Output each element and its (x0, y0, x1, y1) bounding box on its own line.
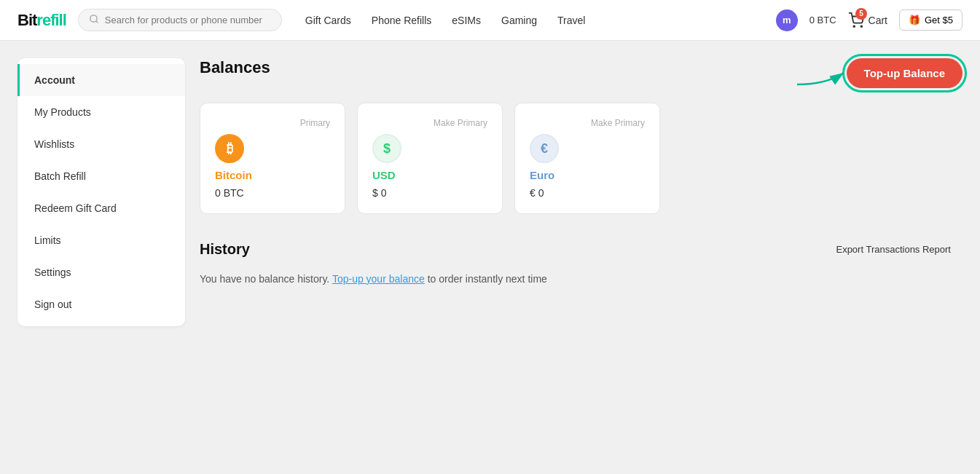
svg-point-0 (90, 15, 97, 22)
topup-wrapper: Top-up Balance (847, 58, 963, 88)
balance-cards: Primary ₿ Bitcoin 0 BTC Make Primary $ U… (200, 103, 963, 214)
svg-line-1 (96, 21, 98, 23)
get5-button[interactable]: 🎁 Get $5 (899, 9, 963, 31)
cart-label: Cart (869, 15, 887, 26)
cart-badge: 5 (855, 8, 867, 20)
topup-balance-link[interactable]: Top-up your balance (332, 273, 425, 285)
history-empty-text: You have no balance history. Top-up your… (200, 273, 963, 285)
bitcoin-name: Bitcoin (215, 169, 330, 181)
header-right: m 0 BTC 5 Cart 🎁 Get $5 (776, 9, 963, 31)
gift-icon: 🎁 (909, 15, 920, 25)
usd-card-header: Make Primary (372, 118, 487, 128)
euro-make-primary-button[interactable]: Make Primary (591, 118, 645, 128)
euro-name: Euro (530, 169, 645, 181)
bitcoin-balance-card: Primary ₿ Bitcoin 0 BTC (200, 103, 345, 214)
main-content: Account My Products Wishlists Batch Refi… (0, 41, 980, 474)
btc-balance: 0 BTC (810, 15, 836, 25)
logo[interactable]: Bitrefill (17, 11, 66, 30)
search-icon (89, 14, 99, 26)
bitcoin-amount: 0 BTC (215, 187, 330, 199)
page-title: Balances (200, 58, 270, 77)
content-header: Balances Top-up Balance (200, 58, 963, 88)
usd-icon: $ (372, 134, 401, 163)
history-header: History Export Transactions Report (200, 237, 963, 261)
main-nav: Gift Cards Phone Refills eSIMs Gaming Tr… (305, 15, 586, 26)
sidebar-item-batch-refill[interactable]: Batch Refill (17, 160, 185, 192)
cart-button[interactable]: 5 Cart (848, 12, 887, 28)
usd-make-primary-button[interactable]: Make Primary (434, 118, 487, 128)
nav-gift-cards[interactable]: Gift Cards (305, 15, 351, 26)
usd-name: USD (372, 169, 487, 181)
euro-amount: € 0 (530, 187, 645, 199)
header: Bitrefill Gift Cards Phone Refills eSIMs… (0, 0, 980, 41)
svg-point-2 (853, 25, 855, 27)
bitcoin-primary-label: Primary (300, 118, 330, 128)
sidebar-item-account[interactable]: Account (17, 64, 185, 96)
sidebar-item-redeem-gift-card[interactable]: Redeem Gift Card (17, 192, 185, 224)
usd-amount: $ 0 (372, 187, 487, 199)
search-input[interactable] (105, 15, 271, 25)
sidebar: Account My Products Wishlists Batch Refi… (17, 58, 185, 326)
bitcoin-icon: ₿ (215, 134, 244, 163)
search-bar[interactable] (78, 9, 282, 31)
topup-balance-button[interactable]: Top-up Balance (847, 58, 963, 88)
euro-card-header: Make Primary (530, 118, 645, 128)
nav-phone-refills[interactable]: Phone Refills (372, 15, 432, 26)
content-area: Balances Top-up Balance Pri (200, 58, 963, 457)
history-title: History (200, 241, 250, 258)
nav-gaming[interactable]: Gaming (501, 15, 537, 26)
sidebar-item-sign-out[interactable]: Sign out (17, 288, 185, 320)
sidebar-item-my-products[interactable]: My Products (17, 96, 185, 128)
get5-label: Get $5 (925, 15, 953, 25)
avatar[interactable]: m (776, 9, 798, 31)
sidebar-item-wishlists[interactable]: Wishlists (17, 128, 185, 160)
history-section: History Export Transactions Report You h… (200, 237, 963, 285)
usd-balance-card: Make Primary $ USD $ 0 (357, 103, 503, 214)
arrow-annotation (791, 55, 850, 91)
euro-balance-card: Make Primary € Euro € 0 (514, 103, 660, 214)
export-transactions-button[interactable]: Export Transactions Report (824, 237, 963, 261)
sidebar-item-settings[interactable]: Settings (17, 256, 185, 288)
sidebar-item-limits[interactable]: Limits (17, 224, 185, 256)
euro-icon: € (530, 134, 559, 163)
nav-travel[interactable]: Travel (557, 15, 585, 26)
nav-esims[interactable]: eSIMs (452, 15, 481, 26)
svg-point-3 (861, 25, 862, 27)
bitcoin-card-header: Primary (215, 118, 330, 128)
